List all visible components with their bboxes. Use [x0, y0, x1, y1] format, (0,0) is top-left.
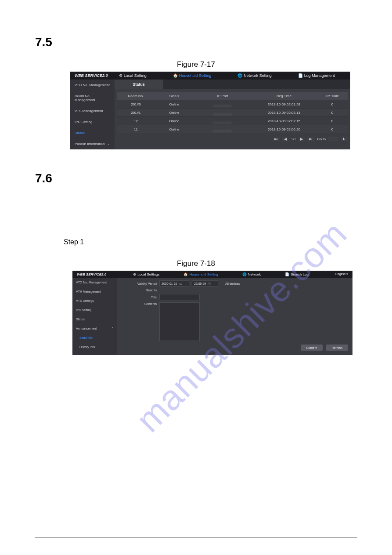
language-selector[interactable]: English ▾: [335, 272, 348, 276]
table-row: 201#0 Online ________ 2018-10-09 02:01:5…: [117, 100, 348, 108]
tab-network[interactable]: 🌐 Network: [242, 272, 261, 276]
cell-status: Online: [155, 102, 194, 106]
cell-ip: ________: [194, 111, 251, 115]
col-reg-time: Reg Time: [251, 94, 317, 98]
cell-status: Online: [155, 119, 194, 123]
step-1: Step 1: [64, 238, 84, 246]
sidebar-item-ipc-setting[interactable]: IPC Setting: [72, 305, 117, 315]
refresh-button[interactable]: Refresh: [326, 345, 348, 351]
tab-search-log[interactable]: 📄 Search Log: [285, 272, 309, 276]
section-7-6-heading: 7.6: [35, 171, 357, 185]
pager-first[interactable]: ⏮: [273, 137, 280, 141]
tab-household-setting[interactable]: 🏠 Household Setting: [183, 272, 218, 276]
sidebar-item-vts-settings[interactable]: VTS Settings: [72, 296, 117, 305]
cell-reg: 2018-10-09 02:06:20: [251, 127, 317, 131]
brand: WEB SERVICE2.0: [75, 73, 108, 78]
pager-go-button[interactable]: ⏵: [341, 137, 348, 141]
pager-prev[interactable]: ◀: [282, 137, 288, 141]
validity-date-value: 2000-01-16: [162, 282, 177, 285]
cell-room: 201#1: [117, 111, 155, 115]
gear-icon: ⚙: [119, 73, 122, 78]
sidebar-item-label: Status: [76, 318, 85, 321]
cell-off: 0: [317, 111, 348, 115]
sidebar-item-history-info[interactable]: History Info: [72, 342, 117, 352]
sidebar-item-label: VTO No. Management: [75, 83, 110, 87]
sidebar-item-vto-no-mgmt[interactable]: VTO No. Management: [70, 80, 115, 91]
house-icon: 🏠: [173, 73, 178, 78]
subtab-filler: [163, 80, 350, 89]
log-icon: 📄: [285, 272, 289, 276]
pager-page: 1/1: [291, 137, 296, 141]
tab-network-setting[interactable]: 🌐 Network Setting: [237, 73, 272, 78]
col-room-no: Room No.: [117, 94, 155, 98]
top-tabs: ⚙ Local Setting 🏠 Household Setting 🌐 Ne…: [108, 73, 346, 78]
tab-household-setting[interactable]: 🏠 Household Setting: [173, 73, 212, 78]
contents-textarea[interactable]: [159, 302, 200, 341]
tab-network-label: Network: [248, 272, 261, 276]
validity-time-input[interactable]: 23:59:59 ◷: [192, 280, 218, 287]
tab-local-settings[interactable]: ⚙ Local Settings: [133, 272, 159, 276]
sidebar-item-ipc-setting[interactable]: IPC Setting: [70, 116, 115, 127]
tab-network-setting-label: Network Setting: [244, 73, 272, 78]
sidebar-item-vts-mgmt[interactable]: VTS Management: [70, 105, 115, 116]
pager-goto-input[interactable]: [328, 137, 338, 141]
chevron-down-icon: ▾: [346, 272, 348, 276]
sidebar-item-label: IPC Setting: [76, 308, 91, 312]
globe-icon: 🌐: [242, 272, 247, 276]
sidebar-item-label: Room No. Management: [75, 94, 95, 102]
send-to-value: All devices: [225, 282, 240, 285]
app-send-info-screenshot: WEB SERVICE2.0 ⚙ Local Settings 🏠 Househ…: [72, 271, 352, 355]
subtab-status[interactable]: Status: [115, 80, 163, 89]
clock-icon: ◷: [208, 282, 211, 286]
sidebar-item-publish-info[interactable]: Publish Information ⌄: [70, 138, 115, 149]
tab-local-setting-label: Local Setting: [124, 73, 147, 78]
sidebar-item-label: VTS Management: [75, 109, 103, 113]
sidebar-item-label: Status: [75, 131, 85, 135]
tab-local-settings-label: Local Settings: [137, 272, 159, 276]
pager-next[interactable]: ▶: [298, 137, 305, 141]
main-panel: Status Room No. Status IP:Port Reg Time …: [115, 80, 350, 149]
sidebar-item-label: History Info: [79, 345, 95, 348]
confirm-button[interactable]: Confirm: [301, 345, 323, 351]
contents-label: Contents: [122, 302, 157, 305]
title-input[interactable]: [159, 294, 200, 300]
cell-off: 0: [317, 127, 348, 131]
sidebar-item-status[interactable]: Status: [70, 127, 115, 138]
table-row: 12 Online ________ 2018-10-09 02:02:15 0: [117, 116, 348, 125]
app-status-screenshot: WEB SERVICE2.0 ⚙ Local Setting 🏠 Househo…: [70, 72, 350, 149]
cell-room: 201#0: [117, 102, 155, 106]
pager-last[interactable]: ⏭: [307, 137, 314, 141]
sidebar-item-label: VTO No. Management: [76, 281, 107, 284]
cell-status: Online: [155, 127, 194, 131]
figure-7-18-label: Figure 7-18: [35, 259, 357, 268]
sidebar-item-label: VTH Management: [76, 290, 101, 293]
sidebar-item-label: Publish Information: [75, 142, 104, 146]
pager-goto-label: Go to: [317, 137, 326, 141]
house-icon: 🏠: [183, 272, 188, 276]
sidebar-item-send-info[interactable]: Send Info: [72, 333, 117, 342]
sidebar-item-vth-mgmt[interactable]: VTH Management: [72, 287, 117, 296]
language-label: English: [335, 272, 345, 276]
cell-reg: 2018-10-09 02:02:15: [251, 119, 317, 123]
sidebar: VTO No. Management VTH Management VTS Se…: [72, 278, 117, 355]
tab-local-setting[interactable]: ⚙ Local Setting: [119, 73, 147, 78]
sidebar-item-label: Send Info: [79, 336, 93, 339]
validity-time-value: 23:59:59: [194, 282, 206, 285]
send-to-label: Send to: [122, 289, 157, 292]
sidebar: VTO No. Management Room No. Management V…: [70, 80, 115, 149]
sidebar-item-room-no-mgmt[interactable]: Room No. Management: [70, 91, 115, 105]
chevron-up-icon: ⌃: [111, 327, 114, 330]
chevron-down-icon: ⌄: [107, 142, 110, 146]
sidebar-item-announcement[interactable]: Announcement ⌃: [72, 324, 117, 333]
status-table: Room No. Status IP:Port Reg Time Off Tim…: [117, 92, 348, 133]
cell-ip: ________: [194, 127, 251, 131]
cell-reg: 2018-10-09 02:01:58: [251, 102, 317, 106]
sidebar-item-label: Announcement: [76, 327, 97, 330]
sidebar-item-vto-no-mgmt[interactable]: VTO No. Management: [72, 278, 117, 287]
validity-period-label: Validity Period: [122, 282, 157, 285]
sidebar-item-status[interactable]: Status: [72, 315, 117, 324]
validity-date-input[interactable]: 2000-01-16 ▭: [159, 280, 189, 287]
tab-log-management[interactable]: 📄 Log Management: [298, 73, 335, 78]
table-row: 201#1 Online ________ 2018-10-09 02:02:1…: [117, 108, 348, 116]
tab-search-log-label: Search Log: [291, 272, 309, 276]
